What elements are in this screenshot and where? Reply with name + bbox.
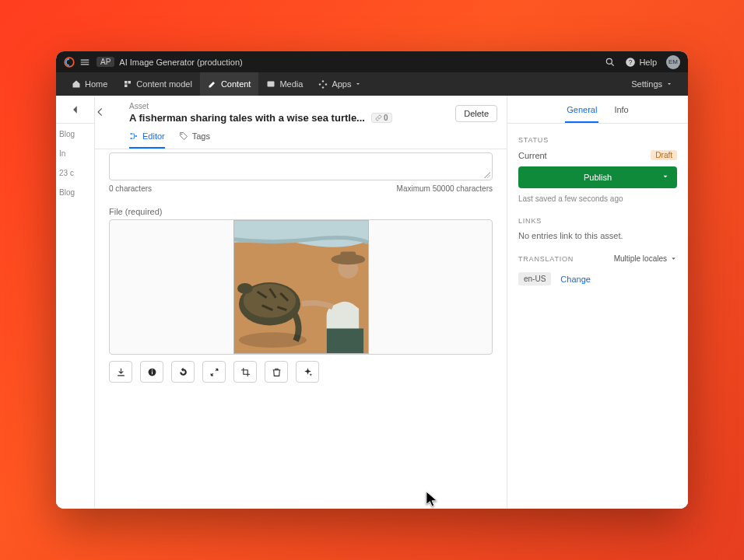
file-preview[interactable] [109, 219, 493, 355]
pencil-icon [208, 79, 217, 89]
back-button[interactable] [92, 103, 109, 121]
bg-snippet: In [59, 149, 91, 158]
file-field-label: File (required) [109, 207, 493, 216]
svg-point-1 [607, 58, 612, 64]
entry-type-label: Asset [129, 102, 493, 110]
asset-image [233, 220, 369, 354]
svg-point-7 [135, 135, 137, 137]
trash-button[interactable] [265, 361, 288, 383]
last-saved-text: Last saved a few seconds ago [518, 194, 677, 203]
ai-generate-button[interactable] [296, 361, 319, 383]
delete-button[interactable]: Delete [455, 105, 497, 122]
crop-icon [240, 367, 251, 377]
svg-text:?: ? [629, 58, 633, 65]
link-icon [375, 114, 382, 121]
svg-point-8 [181, 134, 183, 135]
status-section-label: STATUS [518, 136, 677, 144]
status-badge: Draft [651, 150, 677, 160]
space-title: AI Image Generator (production) [119, 58, 242, 67]
bg-snippet: Blog [59, 188, 91, 197]
chevron-down-icon [670, 255, 677, 262]
content-area: Blog In 23 c Blog Asset A fisherman shar… [56, 96, 688, 509]
links-section-label: LINKS [518, 217, 677, 225]
navbar: Home Content model Content Media Apps Se… [56, 72, 688, 96]
entry-title: A fisherman sharing tales with a wise se… [129, 112, 493, 124]
avatar[interactable]: EM [666, 55, 680, 69]
arrow-left-icon [95, 107, 106, 117]
back-button-bg[interactable] [56, 96, 94, 124]
nav-apps[interactable]: Apps [311, 72, 369, 96]
titlebar: AP AI Image Generator (production) ?Help… [56, 51, 688, 72]
locale-chip: en-US [518, 272, 551, 285]
nav-settings[interactable]: Settings [623, 72, 680, 96]
rotate-icon [178, 367, 188, 377]
bg-snippet: 23 c [59, 169, 91, 177]
sparkle-icon [303, 367, 313, 377]
nav-content[interactable]: Content [200, 72, 259, 96]
translation-section-label: TRANSLATION [518, 255, 574, 263]
download-icon [116, 367, 126, 377]
svg-rect-4 [268, 82, 275, 87]
arrow-left-icon [70, 104, 81, 115]
search-button[interactable] [605, 57, 616, 68]
trash-icon [272, 367, 282, 377]
help-icon: ? [625, 57, 636, 68]
right-tabs: General Info [507, 96, 688, 124]
search-icon [605, 57, 616, 68]
nav-home[interactable]: Home [64, 72, 115, 96]
resize-button[interactable] [202, 361, 226, 383]
svg-rect-14 [326, 328, 363, 353]
space-badge: AP [97, 57, 114, 67]
tab-general[interactable]: General [565, 105, 598, 123]
crop-button[interactable] [233, 361, 257, 383]
editor-body: 0 characters Maximum 50000 characters Fi… [95, 149, 507, 509]
change-locale-link[interactable]: Change [560, 275, 591, 284]
links-empty-text: No entries link to this asset. [518, 231, 677, 240]
resize-icon [209, 367, 219, 377]
tab-info[interactable]: Info [612, 105, 630, 123]
svg-point-13 [237, 283, 252, 294]
mouse-cursor [426, 491, 440, 508]
status-current-label: Current [518, 151, 547, 160]
svg-rect-20 [151, 371, 152, 374]
tree-icon [129, 131, 139, 141]
nav-content-model[interactable]: Content model [115, 72, 200, 96]
bg-snippet: Blog [59, 130, 91, 138]
app-window: AP AI Image Generator (production) ?Help… [56, 51, 688, 509]
download-button[interactable] [109, 361, 132, 383]
home-icon [72, 79, 81, 89]
chevron-down-icon [355, 81, 361, 87]
background-page-strip: Blog In 23 c Blog [56, 96, 95, 509]
info-button[interactable] [140, 361, 163, 383]
app-logo-icon [64, 57, 75, 68]
tab-editor[interactable]: Editor [129, 131, 165, 149]
rotate-button[interactable] [171, 361, 195, 383]
help-button[interactable]: ?Help [625, 57, 657, 68]
chevron-down-icon [662, 173, 669, 180]
svg-point-5 [131, 133, 132, 135]
publish-button[interactable]: Publish [518, 166, 677, 188]
char-count-left: 0 characters [109, 184, 152, 193]
menu-icon[interactable] [79, 57, 90, 68]
multiple-locales-button[interactable]: Multiple locales [614, 254, 677, 263]
char-count-right: Maximum 50000 characters [397, 184, 493, 193]
editor-tabs: Editor Tags [95, 124, 507, 149]
description-textarea[interactable] [109, 152, 493, 180]
nav-media[interactable]: Media [258, 72, 311, 96]
svg-point-6 [131, 138, 132, 139]
sidebar-right: General Info STATUS Current Draft Publis… [507, 96, 688, 509]
tab-tags[interactable]: Tags [179, 131, 210, 149]
apps-icon [318, 79, 328, 89]
chevron-down-icon [666, 81, 672, 87]
reference-count-badge[interactable]: 0 [371, 113, 392, 123]
svg-point-21 [151, 369, 152, 370]
svg-point-18 [238, 332, 306, 348]
info-icon [147, 367, 157, 377]
tag-icon [179, 131, 188, 141]
editor-column: Asset A fisherman sharing tales with a w… [95, 96, 507, 509]
model-icon [123, 79, 132, 89]
file-toolbar [109, 361, 493, 383]
svg-rect-17 [340, 252, 356, 261]
media-icon [266, 79, 275, 89]
